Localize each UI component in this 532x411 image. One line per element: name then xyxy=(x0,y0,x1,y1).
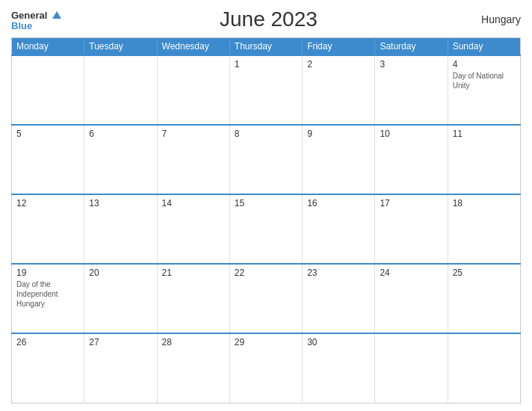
day-number: 10 xyxy=(380,129,442,139)
calendar-cell: 29 xyxy=(229,333,302,403)
header-monday: Monday xyxy=(12,38,84,56)
day-number: 28 xyxy=(162,337,225,347)
day-number: 3 xyxy=(380,59,442,69)
day-number: 20 xyxy=(89,268,152,278)
calendar-cell: 22 xyxy=(229,264,302,333)
day-number: 6 xyxy=(89,129,152,139)
logo-general-text: General xyxy=(11,10,47,21)
day-number: 26 xyxy=(16,337,79,347)
header-saturday: Saturday xyxy=(375,38,448,56)
event-label: Day of the Independent Hungary xyxy=(16,280,58,308)
calendar-cell: 14 xyxy=(157,194,229,264)
calendar-cell: 15 xyxy=(229,194,302,264)
day-number: 19 xyxy=(16,268,79,278)
day-number: 16 xyxy=(307,198,370,208)
calendar-cell: 8 xyxy=(229,125,302,194)
day-number: 11 xyxy=(453,129,516,139)
calendar-cell: 28 xyxy=(157,333,229,403)
day-number: 8 xyxy=(235,129,297,139)
calendar-cell: 10 xyxy=(375,125,448,194)
calendar-week-row: 12131415161718 xyxy=(12,194,521,264)
calendar-cell: 11 xyxy=(448,125,520,194)
day-number: 15 xyxy=(235,198,297,208)
days-of-week-row: MondayTuesdayWednesdayThursdayFridaySatu… xyxy=(12,38,521,56)
calendar-cell: 2 xyxy=(303,55,375,125)
day-number: 21 xyxy=(162,268,225,278)
calendar-cell: 6 xyxy=(84,125,157,194)
calendar-week-row: 19Day of the Independent Hungary20212223… xyxy=(12,264,521,333)
day-number: 23 xyxy=(307,268,370,278)
day-number: 17 xyxy=(380,198,442,208)
calendar-cell: 3 xyxy=(375,55,448,125)
calendar-cell xyxy=(375,333,448,403)
calendar-week-row: 567891011 xyxy=(12,125,521,194)
calendar-cell: 4Day of National Unity xyxy=(448,55,520,125)
logo-blue-text: Blue xyxy=(11,21,61,31)
calendar-cell: 23 xyxy=(303,264,375,333)
header-wednesday: Wednesday xyxy=(157,38,229,56)
calendar-week-row: 1234Day of National Unity xyxy=(12,55,521,125)
day-number: 25 xyxy=(453,268,516,278)
day-number: 30 xyxy=(307,337,370,347)
day-number: 22 xyxy=(235,268,297,278)
calendar-cell: 21 xyxy=(157,264,229,333)
calendar-header: MondayTuesdayWednesdayThursdayFridaySatu… xyxy=(12,38,521,56)
day-number: 1 xyxy=(235,59,297,69)
header: General Blue June 2023 Hungary xyxy=(11,7,521,31)
calendar-cell: 9 xyxy=(303,125,375,194)
calendar-cell: 24 xyxy=(375,264,448,333)
calendar-cell: 17 xyxy=(375,194,448,264)
calendar-cell: 1 xyxy=(229,55,302,125)
calendar-cell xyxy=(12,55,84,125)
logo-triangle-icon xyxy=(52,11,61,19)
day-number: 12 xyxy=(16,198,79,208)
header-thursday: Thursday xyxy=(229,38,302,56)
country-label: Hungary xyxy=(476,13,521,25)
day-number: 27 xyxy=(89,337,152,347)
day-number: 13 xyxy=(89,198,152,208)
header-sunday: Sunday xyxy=(448,38,520,56)
header-tuesday: Tuesday xyxy=(84,38,157,56)
header-friday: Friday xyxy=(303,38,375,56)
calendar-cell xyxy=(84,55,157,125)
calendar-week-row: 2627282930 xyxy=(12,333,521,403)
calendar-cell: 13 xyxy=(84,194,157,264)
calendar-cell: 7 xyxy=(157,125,229,194)
day-number: 24 xyxy=(380,268,442,278)
day-number: 9 xyxy=(307,129,370,139)
page: General Blue June 2023 Hungary MondayTue… xyxy=(0,0,532,411)
day-number: 29 xyxy=(235,337,297,347)
calendar-title: June 2023 xyxy=(61,7,476,31)
calendar-cell: 12 xyxy=(12,194,84,264)
logo: General Blue xyxy=(11,9,61,31)
calendar-cell: 5 xyxy=(12,125,84,194)
calendar-cell xyxy=(157,55,229,125)
day-number: 14 xyxy=(162,198,225,208)
event-label: Day of National Unity xyxy=(453,72,504,90)
day-number: 18 xyxy=(453,198,516,208)
calendar-cell: 20 xyxy=(84,264,157,333)
calendar-table: MondayTuesdayWednesdayThursdayFridaySatu… xyxy=(11,37,521,404)
calendar-cell: 16 xyxy=(303,194,375,264)
calendar-cell: 30 xyxy=(303,333,375,403)
calendar-cell: 26 xyxy=(12,333,84,403)
logo-general: General xyxy=(11,9,61,21)
calendar-cell: 18 xyxy=(448,194,520,264)
day-number: 7 xyxy=(162,129,225,139)
calendar-cell: 27 xyxy=(84,333,157,403)
day-number: 5 xyxy=(16,129,79,139)
day-number: 4 xyxy=(453,59,516,69)
calendar-cell: 25 xyxy=(448,264,520,333)
calendar-cell xyxy=(448,333,520,403)
calendar-body: 1234Day of National Unity567891011121314… xyxy=(12,55,521,404)
calendar-cell: 19Day of the Independent Hungary xyxy=(12,264,84,333)
day-number: 2 xyxy=(307,59,370,69)
